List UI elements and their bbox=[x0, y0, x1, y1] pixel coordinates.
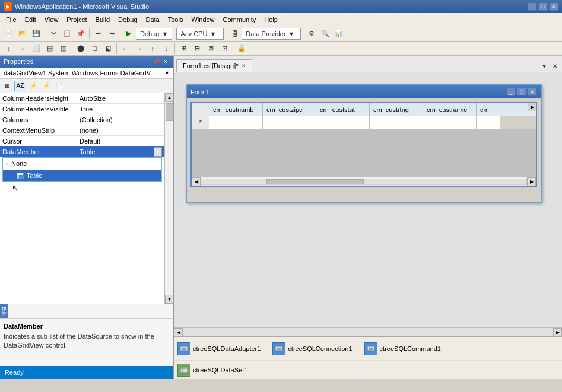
hscroll-thumb[interactable] bbox=[266, 179, 364, 184]
tree-item-table[interactable]: Table bbox=[3, 170, 161, 181]
prop-row-contextmenu[interactable]: ContextMenuStrip (none) bbox=[0, 125, 164, 136]
comp-item-dataset[interactable]: ctreeSQLDataSet1 bbox=[177, 364, 247, 377]
canvas-scroll-right[interactable]: ▶ bbox=[553, 328, 562, 337]
s-btn12[interactable]: ↓ bbox=[160, 43, 173, 55]
property-target-selector[interactable]: dataGridView1 System.Windows.Forms.DataG… bbox=[4, 69, 170, 77]
toolbar-btn1[interactable]: ⚙ bbox=[305, 28, 318, 40]
dg-col-custnumb[interactable]: cm_custnumb bbox=[209, 103, 263, 116]
datagrid-view[interactable]: ▶ cm_custnumb cm_custzipc cm_custsta bbox=[190, 102, 537, 187]
s-btn6[interactable]: ⬤ bbox=[74, 43, 87, 55]
comp-item-command[interactable]: ctreeSQLCommand1 bbox=[364, 342, 441, 355]
canvas-hscroll[interactable]: ◀ ▶ bbox=[174, 327, 562, 336]
dg-col-extra[interactable]: cm_ bbox=[477, 103, 500, 116]
undo-button[interactable]: ↩ bbox=[91, 28, 104, 40]
dg-col-custstat[interactable]: cm_custstat bbox=[316, 103, 370, 116]
menu-debug[interactable]: Debug bbox=[115, 15, 141, 24]
comp-item-adapter[interactable]: ctreeSQLDataAdapter1 bbox=[177, 342, 261, 355]
s-btn17[interactable]: 🔒 bbox=[235, 43, 248, 55]
save-button[interactable]: 💾 bbox=[30, 28, 43, 40]
platform-selector[interactable]: Any CPU ▼ bbox=[176, 28, 224, 40]
s-btn13[interactable]: ⊞ bbox=[177, 43, 190, 55]
s-btn7[interactable]: ◻ bbox=[88, 43, 101, 55]
prop-row-colheadersvisible[interactable]: ColumnHeadersVisible True bbox=[0, 104, 164, 114]
menu-window[interactable]: Window bbox=[188, 15, 218, 24]
props-filter-btn[interactable]: ⚡ bbox=[27, 81, 39, 91]
close-button[interactable]: ✕ bbox=[549, 2, 558, 11]
scroll-thumb[interactable] bbox=[166, 103, 173, 121]
toolbar-btn3[interactable]: 📊 bbox=[332, 28, 345, 40]
hscroll-right-btn[interactable]: ▶ bbox=[527, 177, 536, 186]
open-button[interactable]: 📂 bbox=[16, 28, 29, 40]
doc-collapse-btn[interactable]: ▼ bbox=[539, 61, 549, 71]
dg-cell-4[interactable] bbox=[370, 116, 423, 129]
paste-button[interactable]: 📌 bbox=[74, 28, 87, 40]
dg-cell-5[interactable] bbox=[423, 116, 477, 129]
menu-community[interactable]: Community bbox=[220, 15, 260, 24]
s-btn11[interactable]: ↑ bbox=[146, 43, 159, 55]
panel-close-button[interactable]: ✕ bbox=[161, 58, 170, 66]
menu-data[interactable]: Data bbox=[142, 15, 163, 24]
dg-cell-3[interactable] bbox=[316, 116, 370, 129]
s-btn9[interactable]: ← bbox=[119, 43, 132, 55]
prop-row-columns[interactable]: Columns (Collection) bbox=[0, 114, 164, 125]
prop-row-datamember[interactable]: DataMember Table ▼ bbox=[0, 146, 164, 157]
cut-button[interactable]: ✂ bbox=[47, 28, 60, 40]
target-dropdown-arrow[interactable]: ▼ bbox=[164, 70, 170, 76]
edit-tab[interactable]: Edit bbox=[0, 304, 8, 318]
redo-button[interactable]: ↪ bbox=[105, 28, 118, 40]
db-icon[interactable]: 🗄 bbox=[228, 28, 241, 40]
hscroll-left-btn[interactable]: ◀ bbox=[192, 177, 201, 186]
form-max-btn[interactable]: □ bbox=[517, 88, 526, 96]
prop-row-colheadersheight[interactable]: ColumnHeadersHeight AutoSize bbox=[0, 93, 164, 104]
toolbar-btn2[interactable]: 🔍 bbox=[319, 28, 332, 40]
dg-cell-6[interactable] bbox=[477, 116, 500, 129]
dg-cell-1[interactable] bbox=[209, 116, 263, 129]
props-alpha-btn[interactable]: AZ bbox=[14, 81, 26, 91]
minimize-button[interactable]: _ bbox=[528, 2, 537, 11]
s-btn1[interactable]: ↕ bbox=[2, 43, 15, 55]
s-btn5[interactable]: ▥ bbox=[57, 43, 70, 55]
menu-tools[interactable]: Tools bbox=[164, 15, 187, 24]
s-btn16[interactable]: ⊡ bbox=[218, 43, 231, 55]
copy-button[interactable]: 📋 bbox=[61, 28, 74, 40]
form-min-btn[interactable]: _ bbox=[506, 88, 516, 96]
canvas-scroll-track[interactable] bbox=[183, 328, 553, 336]
doc-tab-close-btn[interactable]: ✕ bbox=[241, 63, 246, 69]
s-btn10[interactable]: → bbox=[132, 43, 145, 55]
s-btn2[interactable]: ↔ bbox=[16, 43, 29, 55]
doc-tab-form1[interactable]: Form1.cs [Design]* ✕ bbox=[176, 59, 252, 72]
datagrid-hscroll[interactable]: ◀ ▶ bbox=[192, 177, 536, 186]
menu-project[interactable]: Project bbox=[63, 15, 90, 24]
s-btn8[interactable]: ⬕ bbox=[101, 43, 115, 55]
scroll-down-btn[interactable]: ▼ bbox=[165, 295, 173, 304]
s-btn14[interactable]: ⊟ bbox=[190, 43, 204, 55]
menu-view[interactable]: View bbox=[41, 15, 62, 24]
props-pages-btn[interactable]: 📄 bbox=[53, 81, 65, 91]
debug-mode-selector[interactable]: Debug ▼ bbox=[136, 28, 172, 40]
menu-edit[interactable]: Edit bbox=[21, 15, 40, 24]
menu-build[interactable]: Build bbox=[92, 15, 113, 24]
props-category-btn[interactable]: ⊞ bbox=[1, 81, 13, 91]
dg-col-custrtng[interactable]: cm_custrtng bbox=[370, 103, 423, 116]
dg-cell-2[interactable] bbox=[263, 116, 316, 129]
panel-pin-button[interactable]: 📌 bbox=[152, 58, 160, 66]
props-scrollbar[interactable]: ▲ ▼ bbox=[164, 93, 173, 304]
start-button[interactable]: ▶ bbox=[122, 28, 135, 40]
canvas-scroll-left[interactable]: ◀ bbox=[174, 328, 183, 337]
dg-col-custname[interactable]: cm_custname bbox=[423, 103, 477, 116]
s-btn15[interactable]: ⊠ bbox=[204, 43, 217, 55]
prop-row-cursor[interactable]: Cursor Default bbox=[0, 136, 164, 146]
s-btn4[interactable]: ▤ bbox=[43, 43, 56, 55]
doc-close-all-btn[interactable]: ✕ bbox=[550, 61, 560, 71]
tree-item-none[interactable]: ○ None bbox=[3, 158, 161, 170]
hscroll-track[interactable] bbox=[201, 179, 527, 185]
new-button[interactable]: 📄 bbox=[2, 28, 15, 40]
dg-new-row[interactable]: * bbox=[192, 116, 536, 129]
datamember-dropdown-btn[interactable]: ▼ bbox=[154, 147, 162, 157]
menu-help[interactable]: Help bbox=[261, 15, 281, 24]
scroll-up-btn[interactable]: ▲ bbox=[165, 93, 173, 102]
dg-col-custzipc[interactable]: cm_custzipc bbox=[263, 103, 316, 116]
form-window[interactable]: Form1 _ □ ✕ ▶ bbox=[186, 84, 542, 203]
props-event-btn[interactable]: ⚡ bbox=[40, 81, 52, 91]
maximize-button[interactable]: □ bbox=[538, 2, 548, 11]
